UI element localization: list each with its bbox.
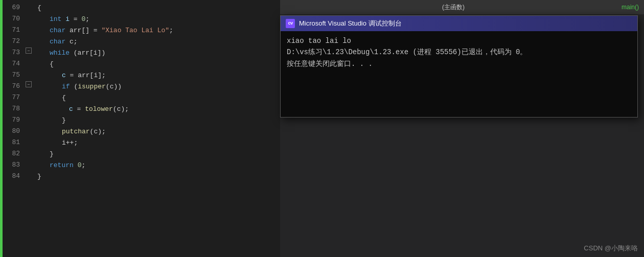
token: = arr[i]; bbox=[66, 72, 106, 79]
token: "Xiao Tao Lai Lo" bbox=[101, 27, 169, 34]
console-output-line: D:\vs练习\1.23\Debug\1.23.exe (进程 35556)已退… bbox=[287, 46, 631, 58]
console-window: cv Microsoft Visual Studio 调试控制台 xiao ta… bbox=[280, 15, 638, 118]
line-number-72: 72 bbox=[3, 36, 20, 47]
line-number-76: 76 bbox=[3, 81, 20, 92]
code-line-73: while (arr[i]) bbox=[37, 47, 279, 58]
gutter-row-69 bbox=[24, 0, 34, 11]
token bbox=[61, 15, 65, 23]
line-number-79: 79 bbox=[3, 114, 20, 126]
gutter-row-79 bbox=[24, 112, 34, 124]
top-bar-right: main() bbox=[622, 4, 639, 11]
top-bar: (主函数) main() bbox=[280, 0, 644, 14]
line-number-74: 74 bbox=[3, 58, 20, 69]
token: (c); bbox=[90, 128, 106, 135]
token: c bbox=[69, 105, 73, 113]
code-line-83: return 0; bbox=[37, 159, 279, 171]
code-editor: 69707172737475767778798081828384 −− {int… bbox=[0, 0, 279, 257]
code-line-74: { bbox=[37, 58, 279, 69]
gutter-row-71 bbox=[24, 22, 34, 34]
code-line-70: int i = 0; bbox=[37, 13, 279, 25]
token: int bbox=[50, 15, 61, 23]
line-number-77: 77 bbox=[3, 92, 20, 103]
line-number-80: 80 bbox=[3, 126, 20, 137]
token: } bbox=[37, 173, 41, 180]
token: (c); bbox=[113, 105, 129, 113]
gutter-row-83 bbox=[24, 157, 34, 169]
line-number-75: 75 bbox=[3, 69, 20, 81]
token: arr[] = bbox=[65, 27, 101, 34]
line-number-73: 73 bbox=[3, 47, 20, 58]
token: } bbox=[62, 116, 66, 124]
console-output-line: 按任意键关闭此窗口. . . bbox=[287, 58, 631, 69]
gutter-row-82 bbox=[24, 146, 34, 157]
token: ; bbox=[85, 15, 89, 23]
token: { bbox=[62, 94, 66, 102]
code-lines: {int i = 0;char arr[] = "Xiao Tao Lai Lo… bbox=[34, 0, 279, 257]
token: i++; bbox=[62, 139, 78, 147]
gutter-row-75 bbox=[24, 67, 34, 79]
token: char bbox=[50, 27, 65, 34]
token: ; bbox=[169, 27, 173, 34]
code-line-81: i++; bbox=[37, 137, 279, 148]
console-body: xiao tao lai loD:\vs练习\1.23\Debug\1.23.e… bbox=[281, 31, 637, 117]
code-line-72: char c; bbox=[37, 36, 279, 47]
token: putchar bbox=[62, 128, 90, 135]
line-number-81: 81 bbox=[3, 137, 20, 148]
line-number-78: 78 bbox=[3, 103, 20, 114]
top-bar-left: (主函数) bbox=[285, 3, 622, 12]
token: while bbox=[50, 49, 70, 57]
fold-indicator-73[interactable]: − bbox=[26, 48, 32, 54]
code-line-84: } bbox=[37, 171, 279, 182]
gutter-row-80 bbox=[24, 124, 34, 135]
gutter-row-84 bbox=[24, 169, 34, 180]
code-line-78: c = tolower(c); bbox=[37, 103, 279, 114]
line-number-70: 70 bbox=[3, 13, 20, 25]
watermark: CSDN @小陶来咯 bbox=[584, 244, 638, 253]
gutter-row-74 bbox=[24, 56, 34, 67]
token: c bbox=[62, 72, 66, 79]
token: if bbox=[62, 83, 70, 90]
code-line-76: if (isupper(c)) bbox=[37, 81, 279, 92]
line-numbers: 69707172737475767778798081828384 bbox=[3, 0, 24, 257]
token: i bbox=[65, 15, 70, 23]
token: 0 bbox=[78, 161, 82, 169]
token: c; bbox=[65, 38, 77, 45]
code-line-69: { bbox=[37, 2, 279, 13]
token: = bbox=[73, 105, 85, 113]
editor-gutter: −− bbox=[24, 0, 34, 257]
code-line-79: } bbox=[37, 114, 279, 126]
console-output-line: xiao tao lai lo bbox=[287, 35, 631, 46]
token: ; bbox=[81, 161, 85, 169]
token: 0 bbox=[81, 15, 85, 23]
gutter-row-72 bbox=[24, 34, 34, 45]
gutter-row-81 bbox=[24, 135, 34, 146]
token: { bbox=[37, 4, 41, 12]
token: (c)) bbox=[106, 83, 122, 90]
token: (arr[i]) bbox=[70, 49, 105, 57]
line-number-71: 71 bbox=[3, 25, 20, 36]
code-line-82: } bbox=[37, 148, 279, 159]
gutter-row-70 bbox=[24, 11, 34, 22]
line-number-83: 83 bbox=[3, 159, 20, 171]
token: { bbox=[50, 60, 54, 68]
gutter-row-77 bbox=[24, 90, 34, 101]
console-titlebar: cv Microsoft Visual Studio 调试控制台 bbox=[281, 16, 637, 31]
line-number-84: 84 bbox=[3, 171, 20, 182]
vs-icon: cv bbox=[286, 19, 295, 28]
token bbox=[74, 161, 78, 169]
code-line-71: char arr[] = "Xiao Tao Lai Lo"; bbox=[37, 25, 279, 36]
gutter-row-73[interactable]: − bbox=[24, 45, 34, 56]
token: ( bbox=[70, 83, 78, 90]
code-line-75: c = arr[i]; bbox=[37, 69, 279, 81]
token: = bbox=[70, 15, 81, 23]
line-number-69: 69 bbox=[3, 2, 20, 13]
vs-icon-label: cv bbox=[288, 21, 293, 26]
fold-indicator-76[interactable]: − bbox=[26, 81, 32, 87]
token: return bbox=[50, 161, 74, 169]
token: isupper bbox=[78, 83, 106, 90]
gutter-row-76[interactable]: − bbox=[24, 79, 34, 90]
code-line-77: { bbox=[37, 92, 279, 103]
token: char bbox=[50, 38, 65, 45]
token: } bbox=[50, 150, 54, 158]
line-number-82: 82 bbox=[3, 148, 20, 159]
